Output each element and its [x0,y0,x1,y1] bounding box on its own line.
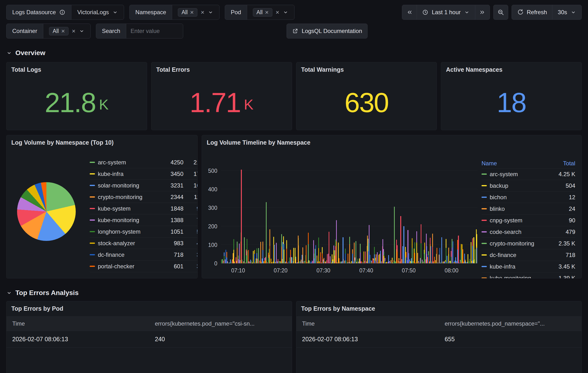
series-color-marker[interactable] [90,242,95,244]
section-overview[interactable]: Overview [6,49,582,57]
legend-series-name[interactable]: kube-infra [490,263,515,270]
timeline-bar [476,248,477,263]
legend-series-name[interactable]: arc-system [490,171,518,178]
series-color-marker[interactable] [482,266,487,267]
time-range-picker[interactable]: Last 1 hour [417,5,475,20]
stat-number: 18 [497,89,526,117]
series-color-marker[interactable] [90,219,95,221]
stat-panel-active-namespaces: Active Namespaces18 [441,62,582,130]
pie-chart[interactable] [17,182,76,241]
timeline-bar [370,258,370,263]
table-row[interactable]: 2026-02-07 08:06:13240 [7,331,292,348]
y-axis-label: 100 [202,241,217,248]
timeline-bar [423,262,424,263]
series-color-marker[interactable] [482,185,487,186]
filter-value-pill[interactable]: All × [253,8,272,17]
remove-value-icon[interactable]: × [265,9,269,15]
timeline-bar [365,252,366,255]
section-top-errors[interactable]: Top Errors Analysis [6,289,582,297]
series-color-marker[interactable] [482,243,487,244]
clear-all-icon[interactable]: × [72,28,75,34]
legend-series-name[interactable]: bichon [490,194,507,201]
clear-all-icon[interactable]: × [276,9,279,15]
timeline-bar [423,263,424,263]
timeline-bar [362,263,362,263]
series-color-marker[interactable] [90,162,95,163]
series-color-marker[interactable] [90,185,95,186]
series-color-marker[interactable] [482,277,487,278]
legend-series-name[interactable]: dc-finance [490,252,516,258]
clear-all-icon[interactable]: × [201,9,204,15]
datasource-select[interactable]: VictoriaLogs [71,5,124,20]
filter-container-select[interactable]: All × × [43,23,91,39]
filter-pod-select[interactable]: All × × [247,5,294,20]
legend-series-name[interactable]: crypto-monitoring [490,240,534,247]
series-color-marker[interactable] [482,197,487,198]
legend-series-name[interactable]: solar-monitoring [98,182,158,189]
series-color-marker[interactable] [482,254,487,256]
column-header-errors[interactable]: errors{kubernetes.pod_name="csi-sn... [149,317,292,331]
timeline-bar [446,248,446,263]
timeline-legend-header: Name Total [482,158,575,168]
filter-namespace-select[interactable]: All × × [172,5,220,20]
timeline-bar [421,224,421,243]
legend-series-name[interactable]: dc-finance [98,252,158,258]
legend-series-name[interactable]: crypto-monitoring [98,194,158,200]
legend-series-name[interactable]: arc-system [98,159,158,166]
stat-title: Active Namespaces [441,62,581,75]
legend-series-name[interactable]: code-search [490,229,521,235]
legend-series-name[interactable]: portal-checker [98,263,158,270]
remove-value-icon[interactable]: × [190,9,194,15]
remove-value-icon[interactable]: × [61,28,65,34]
timeline-bar [417,253,418,257]
search-input[interactable] [126,23,183,39]
legend-series-name[interactable]: longhorn-system [98,228,158,235]
timeline-bar [248,261,249,262]
legend-series-name[interactable]: backup [490,182,508,189]
time-controls: Last 1 hour Refresh 30s [402,5,582,20]
series-color-marker[interactable] [482,231,487,232]
legend-series-total: 3.45 K [559,263,575,270]
series-color-marker[interactable] [482,208,487,209]
refresh-button[interactable]: Refresh [512,5,552,20]
legend-name-header[interactable]: Name [482,160,497,167]
filter-value-pill[interactable]: All × [49,27,69,35]
stat-value: 21.8K [7,75,147,130]
series-color-marker[interactable] [482,220,487,221]
legend-series-name[interactable]: kube-monitoring [490,275,531,279]
column-header-time[interactable]: Time [296,317,439,331]
legend-series-name[interactable]: kube-infra [98,171,158,177]
column-header-time[interactable]: Time [7,317,149,331]
zoom-out-button[interactable] [493,5,508,20]
zoom-out-icon [497,9,504,16]
legend-series-name[interactable]: kube-system [98,205,158,212]
timeline-bar [283,242,284,263]
table-cell: 240 [149,331,292,348]
timeline-legend: Name Total arc-system4.25 Kbackup504bich… [482,158,575,278]
refresh-interval-picker[interactable]: 30s [552,5,582,20]
series-color-marker[interactable] [90,231,95,232]
legend-total-header[interactable]: Total [563,160,575,167]
series-color-marker[interactable] [90,196,95,197]
column-header-errors[interactable]: errors{kubernetes.pod_namespace="... [439,317,581,331]
legend-series-name[interactable]: kube-monitoring [98,217,158,224]
series-color-marker[interactable] [90,173,95,175]
legend-series-name[interactable]: stock-analyzer [98,240,158,247]
time-shift-back-button[interactable] [402,5,417,20]
legend-series-value: 601 [161,263,183,270]
legend-row: arc-system4.25 K [482,168,575,180]
series-color-marker[interactable] [90,266,95,267]
filter-value-pill[interactable]: All × [178,8,197,17]
stat-number: 630 [345,89,388,117]
series-color-marker[interactable] [90,208,95,209]
time-shift-forward-button[interactable] [475,5,490,20]
timeline-bar [399,260,399,263]
logsql-docs-button[interactable]: LogsQL Documentation [286,23,368,39]
timeline-plot[interactable] [221,166,477,263]
series-color-marker[interactable] [482,174,487,175]
legend-series-name[interactable]: blinko [490,206,505,212]
legend-series-name[interactable]: cnpg-system [490,217,522,224]
table-row[interactable]: 2026-02-07 08:06:13655 [296,331,582,348]
y-axis-label: 200 [202,223,217,230]
series-color-marker[interactable] [90,254,95,255]
